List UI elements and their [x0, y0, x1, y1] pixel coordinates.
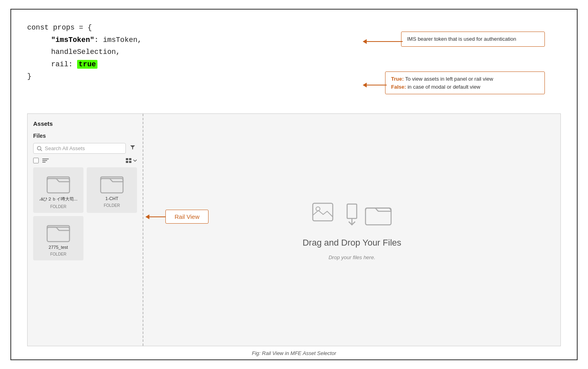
ui-main-row: Assets Files Search All Assets [28, 114, 560, 346]
figure-caption: Fig: Rail View in MFE Asset Selector [11, 346, 577, 359]
code-imstoken-key: "imsToken" [51, 36, 94, 44]
callout2-true-label: True: [391, 76, 404, 82]
svg-rect-6 [126, 158, 128, 160]
folder-item-2[interactable]: 1-CHT FOLDER [87, 167, 137, 213]
rail-view-label: Rail View [175, 213, 199, 220]
grid-view-icon[interactable] [125, 158, 132, 163]
toolbar-row [33, 158, 137, 163]
folder-drop-icon [364, 199, 393, 228]
folder3-type: FOLDER [50, 252, 67, 256]
folder2-name: 1-CHT [105, 196, 118, 201]
arrow-head-1 [363, 39, 367, 44]
files-label: Files [33, 133, 137, 139]
arrow-head-2 [363, 83, 367, 87]
search-row: Search All Assets [33, 143, 137, 154]
image-drop-icon [311, 199, 340, 228]
svg-rect-8 [126, 161, 128, 163]
rail-view-callout-box: Rail View [165, 210, 209, 224]
arrow-line-1 [367, 41, 403, 42]
svg-marker-2 [130, 145, 135, 149]
callout2-false-line: False: in case of modal or default view [391, 83, 539, 91]
folder-icon-2 [100, 174, 124, 194]
arrow-callout-2 [363, 83, 387, 87]
svg-rect-7 [129, 158, 131, 160]
view-toggle[interactable] [125, 158, 137, 163]
drop-area[interactable]: Drag and Drop Your Files Drop your files… [143, 114, 560, 346]
code-const: const props = { [27, 24, 92, 32]
assets-panel-title: Assets [33, 120, 137, 127]
svg-point-0 [38, 146, 41, 150]
callout2-true-line: True: To view assets in left panel or ra… [391, 75, 539, 83]
svg-rect-9 [129, 161, 131, 163]
sort-icon[interactable] [42, 158, 49, 163]
drop-area-title: Drag and Drop Your Files [302, 238, 401, 248]
code-line-3: handleSelection, [27, 46, 561, 58]
code-section: const props = { "imsToken": imsToken, ha… [11, 10, 577, 113]
rail-arrow-left [145, 214, 165, 219]
rail-arrow-line [149, 216, 165, 217]
ui-demo-container: Assets Files Search All Assets [27, 113, 561, 346]
callout-ims-token: IMS bearer token that is used for authen… [401, 32, 545, 47]
code-rail-prefix: rail: [51, 60, 77, 68]
svg-line-1 [41, 149, 42, 151]
select-all-checkbox[interactable] [33, 158, 39, 163]
drop-icons-group [311, 199, 393, 228]
arrow-callout-1 [363, 39, 403, 44]
toolbar-left [33, 158, 49, 163]
search-placeholder-text: Search All Assets [45, 145, 122, 151]
svg-rect-13 [313, 203, 333, 221]
code-true-value: true [77, 60, 97, 69]
download-icon [342, 199, 362, 228]
folder1-name: ،áひ２ｂイ噂大苟... [39, 196, 77, 202]
folder1-type: FOLDER [50, 204, 67, 209]
code-imstoken-val: : imsToken, [94, 36, 142, 44]
drop-area-subtitle: Drop your files here. [328, 254, 375, 260]
callout2-true-text: To view assets in left panel or rail vie… [404, 76, 493, 82]
code-handleselection: handleSelection, [51, 48, 120, 56]
search-bar[interactable]: Search All Assets [33, 143, 126, 154]
folder-item-3[interactable]: 2775_test FOLDER [33, 216, 83, 260]
main-container: const props = { "imsToken": imsToken, ha… [10, 9, 578, 360]
arrow-line-2 [367, 85, 387, 85]
folder2-type: FOLDER [104, 203, 120, 208]
svg-rect-15 [347, 204, 357, 218]
folder-icon-1 [46, 174, 70, 194]
filter-icon[interactable] [128, 144, 137, 153]
callout-rail-bool: True: To view assets in left panel or ra… [385, 71, 545, 94]
search-icon [37, 146, 42, 151]
callout2-false-text: in case of modal or default view [406, 84, 481, 90]
folder-item-1[interactable]: ،áひ２ｂイ噂大苟... FOLDER [33, 167, 83, 213]
folder-grid: ،áひ２ｂイ噂大苟... FOLDER 1-CHT FOLDER [33, 167, 137, 260]
code-line-4: rail: true [27, 58, 561, 71]
code-closing-brace: } [27, 72, 32, 80]
chevron-down-icon[interactable] [133, 159, 137, 162]
folder3-name: 2775_test [49, 245, 68, 250]
rail-arrow-head [145, 214, 149, 219]
assets-panel: Assets Files Search All Assets [28, 114, 143, 346]
callout1-text: IMS bearer token that is used for authen… [407, 36, 516, 42]
folder-icon-3 [46, 222, 70, 242]
rail-view-callout-container: Rail View [145, 210, 209, 224]
callout2-false-label: False: [391, 84, 406, 90]
svg-point-14 [316, 207, 320, 211]
